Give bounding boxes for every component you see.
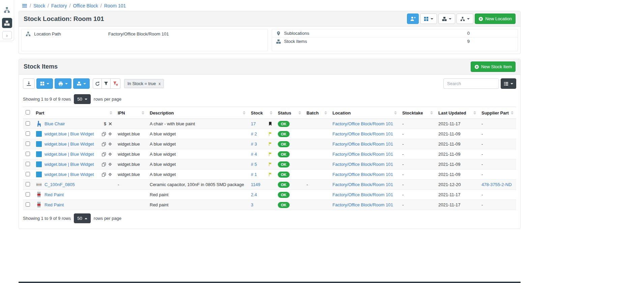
filter-chip-label: In Stock = true: [127, 81, 156, 86]
location-link[interactable]: Factory/Office Block/Room 101: [332, 202, 393, 207]
part-link[interactable]: widget.blue | Blue Widget: [45, 162, 94, 167]
sort-icon[interactable]: [324, 111, 327, 114]
row-select-checkbox[interactable]: [26, 131, 30, 136]
location-link[interactable]: Factory/Office Block/Room 101: [332, 192, 393, 197]
chevron-down-icon: [47, 83, 49, 84]
col-header-part[interactable]: Part: [33, 107, 115, 119]
stock-link[interactable]: # 3: [251, 142, 257, 147]
location-link[interactable]: Factory/Office Block/Room 101: [332, 182, 393, 187]
col-header-status[interactable]: Status: [275, 107, 304, 119]
stock-link[interactable]: # 1: [251, 172, 257, 177]
sidebar-item-stock[interactable]: [2, 18, 12, 28]
stock-options-dropdown[interactable]: [73, 78, 90, 89]
row-select-checkbox[interactable]: [26, 192, 30, 197]
filter-button[interactable]: [101, 78, 111, 89]
row-select-checkbox[interactable]: [26, 202, 30, 207]
part-link[interactable]: widget.blue | Blue Widget: [45, 152, 94, 157]
table-header-row: Part IPN Description Stock Status Batch …: [23, 107, 516, 119]
location-link[interactable]: Factory/Office Block/Room 101: [332, 142, 393, 147]
hamburger-icon[interactable]: [22, 3, 27, 8]
row-select-checkbox[interactable]: [26, 121, 30, 126]
location-link[interactable]: Factory/Office Block/Room 101: [332, 152, 393, 157]
remove-filter-icon[interactable]: x: [158, 81, 160, 86]
stock-boxes-icon: [442, 17, 447, 21]
breadcrumb-link-office-block[interactable]: Office Block: [73, 3, 98, 8]
location-link[interactable]: Factory/Office Block/Room 101: [332, 162, 393, 167]
col-header-supplier-part[interactable]: Supplier Part: [479, 107, 516, 119]
new-location-button[interactable]: New Location: [475, 14, 516, 24]
breadcrumb-link-stock[interactable]: Stock: [33, 3, 45, 8]
sort-icon[interactable]: [430, 111, 433, 114]
col-header-last-updated[interactable]: Last Updated: [436, 107, 479, 119]
location-link[interactable]: Factory/Office Block/Room 101: [332, 172, 393, 177]
batch-cell: [304, 170, 330, 180]
stock-link[interactable]: 17: [251, 121, 256, 126]
col-header-stocktake[interactable]: Stocktake: [400, 107, 436, 119]
breadcrumb-link-factory[interactable]: Factory: [51, 3, 67, 8]
part-link[interactable]: widget.blue | Blue Widget: [45, 131, 94, 136]
stock-link[interactable]: # 4: [251, 152, 257, 157]
location-link[interactable]: Factory/Office Block/Room 101: [332, 121, 393, 126]
sort-icon[interactable]: [243, 111, 245, 114]
printer-icon: [58, 81, 63, 86]
barcode-actions-dropdown[interactable]: [36, 78, 53, 89]
supplier-part-cell: -: [479, 159, 516, 170]
row-select-checkbox[interactable]: [26, 162, 30, 166]
stock-link[interactable]: 3: [251, 202, 253, 207]
stock-actions-dropdown[interactable]: [438, 14, 455, 24]
barcode-actions-dropdown[interactable]: [420, 14, 437, 24]
stock-link[interactable]: 1149: [251, 182, 260, 187]
supplier-part-link[interactable]: 478-3755-2-ND: [481, 182, 512, 187]
part-link[interactable]: widget.blue | Blue Widget: [45, 142, 94, 147]
col-header-description[interactable]: Description: [147, 107, 248, 119]
sort-icon[interactable]: [473, 111, 476, 114]
row-select-checkbox[interactable]: [26, 172, 30, 176]
table-row: C_100nF_0805 - Ceramic capacitor, 100nF …: [23, 180, 516, 190]
page-size-dropdown[interactable]: 50: [74, 213, 90, 223]
col-header-stock[interactable]: Stock: [248, 107, 275, 119]
paint-can-thumbnail: [36, 202, 42, 208]
breadcrumb-separator: /: [100, 3, 102, 8]
clear-filters-button[interactable]: [110, 78, 120, 89]
stock-link[interactable]: 2.4: [251, 192, 257, 197]
search-input[interactable]: [443, 78, 499, 89]
new-stock-item-button[interactable]: New Stock Item: [471, 61, 516, 72]
col-header-batch[interactable]: Batch: [304, 107, 330, 119]
location-actions-dropdown[interactable]: [457, 14, 473, 24]
sort-icon[interactable]: [270, 111, 272, 114]
table-row: widget.blue | Blue Widget widget.blue A …: [23, 149, 516, 159]
sort-icon[interactable]: [110, 111, 112, 114]
columns-toggle-dropdown[interactable]: [501, 78, 516, 89]
ipn-cell: [115, 200, 147, 210]
refresh-button[interactable]: [93, 78, 102, 89]
breadcrumb-link-room-101[interactable]: Room 101: [104, 3, 126, 8]
admin-button[interactable]: [407, 14, 419, 24]
ipn-cell: widget.blue: [115, 159, 147, 170]
stock-link[interactable]: # 2: [251, 131, 257, 136]
select-all-checkbox[interactable]: [26, 110, 30, 114]
sidebar-item-locations[interactable]: [2, 5, 12, 15]
stock-link[interactable]: # 5: [251, 162, 257, 167]
sort-icon[interactable]: [298, 111, 301, 114]
description-cell: Red paint: [147, 200, 248, 210]
part-link[interactable]: widget.blue | Blue Widget: [45, 172, 94, 177]
part-link[interactable]: Blue Chair: [45, 121, 65, 126]
print-actions-dropdown[interactable]: [55, 78, 71, 89]
page-size-dropdown[interactable]: 50: [74, 94, 90, 104]
part-link[interactable]: C_100nF_0805: [45, 182, 75, 187]
sidebar-expand-button[interactable]: ›: [2, 31, 12, 39]
row-select-checkbox[interactable]: [26, 152, 30, 156]
col-header-ipn[interactable]: IPN: [115, 107, 147, 119]
qr-grid-icon: [424, 17, 429, 21]
copy-icon: [102, 162, 106, 166]
export-download-button[interactable]: [23, 78, 35, 89]
sort-icon[interactable]: [394, 111, 397, 114]
row-select-checkbox[interactable]: [26, 182, 30, 186]
part-link[interactable]: Red Paint: [45, 202, 64, 207]
row-select-checkbox[interactable]: [26, 142, 30, 146]
location-link[interactable]: Factory/Office Block/Room 101: [332, 131, 393, 136]
part-link[interactable]: Red Paint: [45, 192, 64, 197]
sort-icon[interactable]: [142, 111, 144, 114]
col-header-location[interactable]: Location: [330, 107, 400, 119]
sort-icon[interactable]: [511, 111, 514, 114]
